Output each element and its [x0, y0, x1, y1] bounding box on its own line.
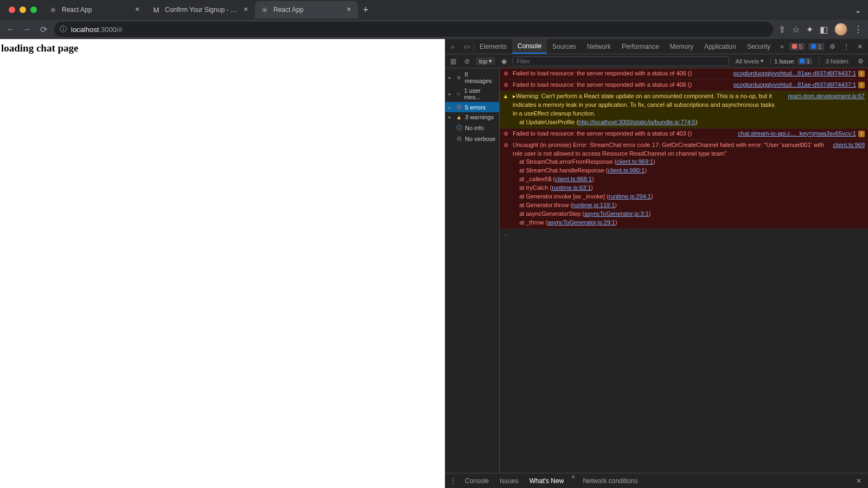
console-log-row[interactable]: ⊗Failed to load resource: the server res…: [500, 129, 868, 140]
tab-close-icon[interactable]: ×: [242, 6, 250, 14]
address-bar[interactable]: ⓘ localhost:3000/#: [54, 22, 773, 37]
issues-link[interactable]: 1 Issue: 1: [770, 58, 815, 65]
devtools-menu-icon[interactable]: ⋮: [841, 43, 852, 50]
log-source-link[interactable]: react-dom.development.js:67: [783, 92, 865, 127]
live-expression-icon[interactable]: ◉: [499, 57, 509, 65]
devtools-tab-performance[interactable]: Performance: [616, 39, 665, 54]
profile-avatar[interactable]: [834, 23, 847, 36]
drawer-tab-console[interactable]: Console: [459, 473, 494, 488]
drawer-tab-network-conditions[interactable]: Network conditions: [577, 473, 643, 488]
console-prompt[interactable]: ›: [500, 229, 868, 242]
hidden-messages-label[interactable]: 3 hidden: [822, 58, 852, 65]
devtools-panel: ⟐ ▭ ElementsConsoleSourcesNetworkPerform…: [445, 39, 868, 488]
window-controls: [4, 7, 43, 13]
devtools-tab-elements[interactable]: Elements: [474, 39, 512, 54]
browser-tab[interactable]: ⚛React App×: [255, 1, 358, 18]
sidebar-filter-info[interactable]: ⓘNo info: [445, 122, 499, 133]
minimize-window-icon[interactable]: [20, 7, 26, 13]
drawer-close-icon[interactable]: ✕: [852, 477, 866, 485]
violation-icon: !: [858, 70, 865, 77]
tab-title: React App: [62, 6, 129, 14]
browser-tab[interactable]: ⚛React App×: [43, 1, 146, 18]
log-level-icon: ⊗: [502, 81, 509, 89]
sidebar-filter-warn[interactable]: ▸▲3 warnings: [445, 112, 499, 122]
log-message: ▸Warning: Can't perform a React state up…: [513, 92, 780, 127]
devtools-tab-security[interactable]: Security: [742, 39, 776, 54]
devtools-close-icon[interactable]: ✕: [855, 43, 865, 50]
log-source-link[interactable]: client.ts:969: [828, 141, 865, 227]
maximize-window-icon[interactable]: [30, 7, 37, 13]
devtools-tab-console[interactable]: Console: [512, 39, 547, 54]
violation-icon: !: [858, 82, 865, 88]
tab-close-icon[interactable]: ×: [133, 6, 141, 14]
drawer-tab-close-icon[interactable]: ×: [569, 473, 577, 488]
sidebar-filter-usr[interactable]: ▸○1 user mes...: [445, 86, 499, 102]
devtools-tabbar: ⟐ ▭ ElementsConsoleSourcesNetworkPerform…: [445, 39, 868, 54]
sidebar-filter-msg[interactable]: ▸≡8 messages: [445, 69, 499, 86]
log-level-selector[interactable]: All levels▾: [732, 57, 767, 65]
tab-title: Confirm Your Signup - ayodele: [165, 6, 238, 14]
console-settings-icon[interactable]: ⚙: [855, 57, 866, 65]
log-message: Uncaught (in promise) Error: StreamChat …: [513, 141, 825, 227]
forward-button[interactable]: →: [22, 24, 33, 35]
browser-tab[interactable]: MConfirm Your Signup - ayodele×: [146, 1, 255, 18]
devtools-tab-sources[interactable]: Sources: [547, 39, 582, 54]
tab-favicon-icon: M: [152, 5, 161, 14]
tab-favicon-icon: ⚛: [260, 5, 269, 14]
clear-console-icon[interactable]: ⊘: [462, 57, 473, 65]
console-log-row[interactable]: ⊗Failed to load resource: the server res…: [500, 80, 868, 91]
log-message: Failed to load resource: the server resp…: [513, 81, 726, 89]
bookmark-icon[interactable]: ☆: [792, 24, 800, 35]
sidebar-filter-err[interactable]: ▸⊘5 errors: [445, 102, 499, 112]
log-source-link[interactable]: pcoglurduopgjyvohtud…81ae-d937d6f74437:1…: [729, 69, 865, 78]
close-window-icon[interactable]: [9, 7, 15, 13]
console-output: ⊗Failed to load resource: the server res…: [500, 68, 868, 473]
log-level-icon: ⊗: [502, 141, 509, 227]
devtools-tabs-overflow-icon[interactable]: »: [776, 43, 788, 50]
error-count-badge[interactable]: 5: [789, 43, 805, 50]
tab-strip: ⚛React App×MConfirm Your Signup - ayodel…: [0, 0, 868, 20]
browser-menu-icon[interactable]: ⋮: [854, 24, 863, 35]
console-log-row[interactable]: ⊗Uncaught (in promise) Error: StreamChat…: [500, 140, 868, 229]
log-source-link[interactable]: pcoglurduopgjyvohtud…81ae-d937d6f74437:1…: [729, 81, 865, 89]
console-sidebar-toggle-icon[interactable]: ▥: [448, 57, 458, 65]
console-toolbar: ▥ ⊘ top▾ ◉ All levels▾ 1 Issue: 1 3 hidd…: [445, 54, 868, 68]
issue-count-badge[interactable]: 1: [808, 43, 824, 50]
drawer-tab-what-s-new[interactable]: What's New: [524, 473, 570, 488]
log-level-icon: ⊗: [502, 69, 509, 78]
extensions-icon[interactable]: ✦: [806, 24, 813, 35]
tab-close-icon[interactable]: ×: [345, 6, 353, 14]
url-path: /#: [117, 25, 123, 34]
console-filter-input[interactable]: [513, 56, 729, 66]
sidebar-filter-verb[interactable]: ⊙No verbose: [445, 133, 499, 144]
console-sidebar: ▸≡8 messages▸○1 user mes...▸⊘5 errors▸▲3…: [445, 68, 500, 473]
devtools-tab-memory[interactable]: Memory: [665, 39, 699, 54]
execution-context-selector[interactable]: top▾: [476, 57, 495, 65]
log-level-icon: ▲: [502, 92, 509, 127]
inspect-element-icon[interactable]: ⟐: [445, 43, 459, 50]
sidepanel-icon[interactable]: ◧: [820, 24, 828, 35]
devtools-settings-icon[interactable]: ⚙: [827, 43, 838, 50]
device-toolbar-icon[interactable]: ▭: [459, 43, 474, 50]
drawer-menu-icon[interactable]: ⋮: [448, 477, 458, 485]
back-button[interactable]: ←: [5, 24, 16, 35]
tab-favicon-icon: ⚛: [49, 5, 58, 14]
new-tab-button[interactable]: +: [358, 4, 373, 16]
console-log-row[interactable]: ▲▸Warning: Can't perform a React state u…: [500, 91, 868, 129]
reload-button[interactable]: ⟳: [38, 24, 49, 35]
console-log-row[interactable]: ⊗Failed to load resource: the server res…: [500, 68, 868, 80]
devtools-tab-application[interactable]: Application: [699, 39, 742, 54]
tab-title: React App: [273, 6, 341, 14]
log-level-icon: ⊗: [502, 130, 509, 138]
drawer-tab-issues[interactable]: Issues: [494, 473, 524, 488]
violation-icon: !: [858, 131, 865, 137]
log-message: Failed to load resource: the server resp…: [513, 130, 730, 138]
url-port: :3000: [99, 25, 117, 34]
browser-toolbar: ← → ⟳ ⓘ localhost:3000/# ⇪ ☆ ✦ ◧ ⋮: [0, 20, 868, 39]
install-app-icon[interactable]: ⇪: [778, 24, 786, 35]
site-info-icon[interactable]: ⓘ: [60, 24, 67, 34]
tabs-overflow-icon[interactable]: ⌄: [854, 5, 868, 15]
devtools-tab-network[interactable]: Network: [582, 39, 616, 54]
url-host: localhost: [71, 25, 99, 34]
log-source-link[interactable]: chat.stream-io-api.c…_key=jmwa3sv65vcv:1…: [733, 130, 865, 138]
